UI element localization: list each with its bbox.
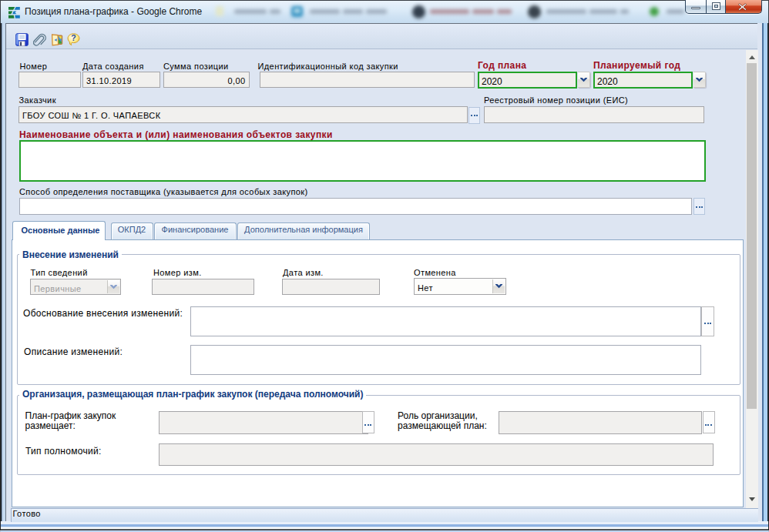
svg-text:?: ? [71,33,76,42]
